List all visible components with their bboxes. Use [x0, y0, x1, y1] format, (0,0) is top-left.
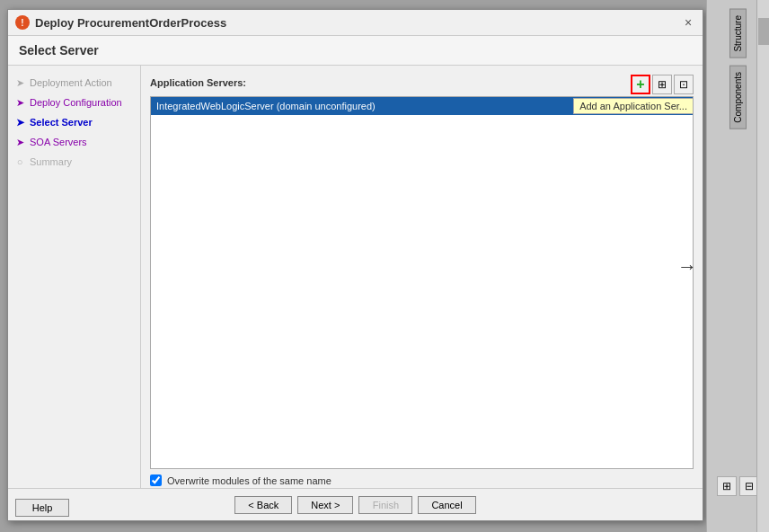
- scrollbar-thumb: [758, 18, 769, 45]
- sidebar: ➤ Deployment Action ➤ Deploy Configurati…: [8, 66, 141, 495]
- help-button[interactable]: Help: [15, 499, 69, 517]
- right-icon-2: ⊟: [745, 480, 754, 492]
- dialog-header: Select Server: [8, 36, 703, 66]
- summary-icon: ○: [13, 155, 26, 168]
- title-bar-left: ! Deploy ProcurementOrderProcess: [15, 15, 226, 30]
- right-panel: Structure Components ⊞ ⊟: [706, 0, 769, 532]
- dialog-footer: < Back Next > Finish Cancel: [8, 488, 703, 520]
- right-tab-structure[interactable]: Structure: [729, 9, 747, 58]
- toolbar-area: + ⊞ ⊡ Add an Application Ser...: [631, 75, 694, 94]
- checkbox-row: Overwrite modules of the same name: [150, 474, 694, 486]
- sidebar-label-select-server: Select Server: [30, 117, 93, 128]
- cancel-button[interactable]: Cancel: [418, 496, 475, 514]
- right-icon-btn-1[interactable]: ⊞: [717, 476, 737, 496]
- add-server-button[interactable]: +: [631, 75, 650, 94]
- right-bottom-icons: ⊞ ⊟: [717, 476, 759, 496]
- add-server-tooltip: Add an Application Ser...: [573, 98, 694, 114]
- dialog-body: ➤ Deployment Action ➤ Deploy Configurati…: [8, 66, 703, 495]
- sidebar-label-deploy-configuration: Deploy Configuration: [30, 97, 122, 108]
- deployment-action-icon: ➤: [13, 76, 26, 89]
- section-label: Application Servers:: [150, 77, 246, 88]
- checkbox-area: Overwrite modules of the same name: [150, 469, 694, 486]
- right-tab-components[interactable]: Components: [729, 66, 747, 129]
- select-server-icon: ➤: [13, 116, 26, 129]
- deploy-configuration-icon: ➤: [13, 96, 26, 109]
- right-scrollbar[interactable]: [756, 0, 769, 532]
- toolbar-buttons: + ⊞ ⊡: [631, 75, 694, 94]
- sidebar-item-deployment-action[interactable]: ➤ Deployment Action: [8, 73, 140, 93]
- components-tab-label: Components: [733, 72, 743, 123]
- remove-server-button[interactable]: ⊡: [674, 75, 694, 94]
- sidebar-label-summary: Summary: [30, 156, 72, 167]
- structure-tab-label: Structure: [733, 15, 743, 52]
- sidebar-item-select-server[interactable]: ➤ Select Server: [8, 112, 140, 132]
- arrow-right-indicator: →: [677, 255, 697, 279]
- finish-button[interactable]: Finish: [358, 496, 412, 514]
- sidebar-label-soa-servers: SOA Servers: [30, 137, 87, 147]
- deploy-dialog: ! Deploy ProcurementOrderProcess × Selec…: [7, 9, 703, 521]
- sidebar-item-summary[interactable]: ○ Summary: [8, 152, 140, 172]
- title-bar: ! Deploy ProcurementOrderProcess ×: [8, 10, 703, 36]
- sidebar-label-deployment-action: Deployment Action: [30, 77, 112, 88]
- right-icon-1: ⊞: [722, 480, 731, 492]
- sidebar-item-deploy-configuration[interactable]: ➤ Deploy Configuration: [8, 93, 140, 112]
- back-button[interactable]: < Back: [234, 496, 292, 514]
- close-button[interactable]: ×: [681, 15, 695, 30]
- remove-icon: ⊡: [679, 78, 688, 91]
- overwrite-checkbox[interactable]: [150, 474, 162, 486]
- next-button[interactable]: Next >: [297, 496, 353, 514]
- overwrite-label: Overwrite modules of the same name: [167, 475, 331, 486]
- dialog-icon: !: [15, 15, 30, 30]
- sidebar-item-soa-servers[interactable]: ➤ SOA Servers: [8, 132, 140, 152]
- main-content: Application Servers: + ⊞ ⊡ Add an Appli: [141, 66, 703, 495]
- soa-servers-icon: ➤: [13, 136, 26, 148]
- server-name: IntegratedWebLogicServer (domain unconfi…: [156, 101, 376, 111]
- edit-server-button[interactable]: ⊞: [652, 75, 672, 94]
- dialog-title: Deploy ProcurementOrderProcess: [35, 16, 226, 30]
- edit-icon: ⊞: [658, 78, 667, 91]
- help-section: Help: [15, 499, 69, 517]
- add-icon: +: [636, 76, 644, 93]
- header-title: Select Server: [19, 43, 99, 58]
- server-list-header: Application Servers: + ⊞ ⊡ Add an Appli: [150, 75, 694, 94]
- server-list[interactable]: IntegratedWebLogicServer (domain unconfi…: [150, 96, 694, 469]
